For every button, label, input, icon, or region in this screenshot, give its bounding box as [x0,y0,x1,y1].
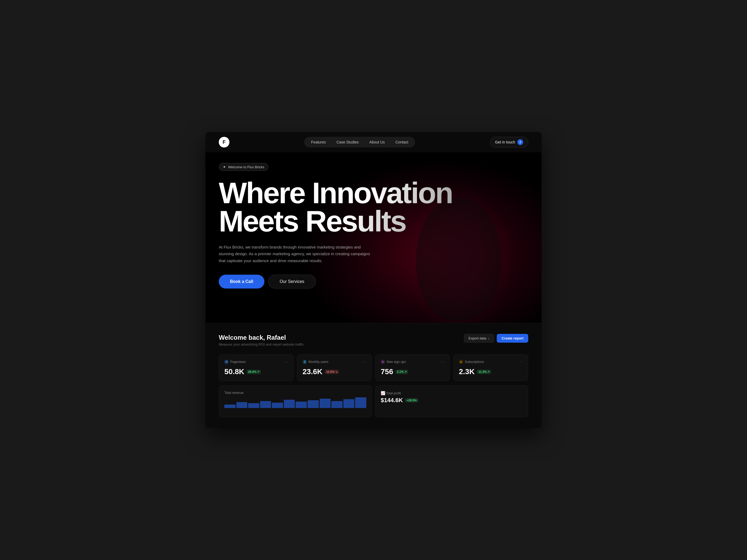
dashboard-header: Welcome back, Rafael Measure your advert… [219,334,528,346]
new-signups-menu[interactable]: ··· [441,359,444,364]
pageviews-value: 50.8K [224,368,244,376]
subscriptions-icon: ★ [459,360,463,364]
cta-badge: 2 [517,139,523,145]
metric-card-monthly-users: 👤 Monthly users ··· 23.6K 12.6% ↘ [297,354,372,381]
our-services-button[interactable]: Our Services [268,275,316,289]
line-chart-icon: 📈 [381,391,385,395]
metric-card-subscriptions: ★ Subscriptions ··· 2.3K 11.3% ↗ [453,354,528,381]
new-signups-label: New sign ups [387,360,406,364]
navbar: F Features Case Studies About Us Contact… [205,132,542,152]
welcome-badge: ✦ Welcome to Flux Bricks [219,163,268,171]
download-icon: ↓ [488,336,490,340]
bar-5 [272,403,283,408]
badge-text: Welcome to Flux Bricks [228,165,264,169]
up-arrow-icon: ↗ [257,370,259,374]
bar-10 [331,401,342,408]
create-report-button[interactable]: Create report [497,334,528,343]
up-arrow-icon-2: ↗ [404,370,407,374]
dashboard-subtitle: Measure your advertising ROI and report … [219,342,305,346]
get-in-touch-button[interactable]: Get in touch 2 [490,137,529,148]
total-profit-label: 📈 Total profit [381,391,523,395]
up-arrow-icon-3: ↗ [487,370,490,374]
dashboard-section: Welcome back, Rafael Measure your advert… [205,323,542,428]
total-revenue-card: Total revenue [219,385,372,417]
metrics-grid: 👁 Pageviews ··· 50.8K 28.4% ↗ 👤 [219,354,528,381]
total-revenue-label: Total revenue [224,391,366,395]
hero-headline: Where Innovation Meets Results [219,179,528,236]
pageviews-badge: 28.4% ↗ [247,370,261,374]
subscriptions-menu[interactable]: ··· [519,359,523,364]
hero-section: ✦ Welcome to Flux Bricks Where Innovatio… [205,152,542,323]
badge-icon: ✦ [223,165,226,169]
bar-8 [308,400,319,408]
bar-7 [295,402,307,408]
pageviews-label: Pageviews [230,360,246,364]
bar-1 [224,404,236,408]
pageviews-icon: 👁 [224,360,229,364]
new-signups-value: 756 [381,368,393,376]
headline-line2: Meets Results [219,207,528,236]
export-data-button[interactable]: Export data ↓ [464,334,494,343]
charts-grid: Total revenue 📈 [219,385,528,417]
hero-description: At Flux Bricks, we transform brands thro… [219,244,374,264]
subscriptions-badge: 11.3% ↗ [477,370,491,374]
metric-card-pageviews: 👁 Pageviews ··· 50.8K 28.4% ↗ [219,354,294,381]
nav-link-case-studies[interactable]: Case Studies [332,138,363,146]
monthly-users-badge: 12.6% ↘ [325,370,339,374]
headline-line1: Where Innovation [219,179,528,207]
total-profit-value: $144.6K [381,397,403,404]
bar-9 [319,399,331,408]
monthly-users-value: 23.6K [303,368,323,376]
bar-6 [284,400,295,408]
bar-2 [236,402,248,408]
dashboard-title-group: Welcome back, Rafael Measure your advert… [219,334,305,346]
browser-frame: F Features Case Studies About Us Contact… [205,132,542,428]
book-call-button[interactable]: Book a Call [219,275,264,289]
total-profit-badge: +28.5% [405,398,418,402]
bar-3 [248,403,259,408]
metric-card-new-signups: ⊕ New sign ups ··· 756 3.1% ↗ [375,354,450,381]
hero-buttons: Book a Call Our Services [219,275,528,289]
total-profit-card: 📈 Total profit $144.6K +28.5% [375,385,528,417]
hero-content: ✦ Welcome to Flux Bricks Where Innovatio… [219,163,528,289]
new-signups-badge: 3.1% ↗ [395,370,408,374]
dashboard-title: Welcome back, Rafael [219,334,305,341]
nav-link-about[interactable]: About Us [365,138,390,146]
revenue-bar-chart [224,397,366,408]
logo[interactable]: F [219,137,229,148]
nav-links: Features Case Studies About Us Contact [304,137,415,148]
new-signups-icon: ⊕ [381,360,385,364]
monthly-users-icon: 👤 [303,360,307,364]
monthly-users-menu[interactable]: ··· [363,359,366,364]
subscriptions-label: Subscriptions [465,360,484,364]
dashboard-actions: Export data ↓ Create report [464,334,528,343]
down-arrow-icon: ↘ [335,370,337,374]
bar-11 [343,399,355,408]
nav-link-contact[interactable]: Contact [391,138,413,146]
monthly-users-label: Monthly users [308,360,328,364]
pageviews-menu[interactable]: ··· [285,359,288,364]
nav-link-features[interactable]: Features [306,138,331,146]
bar-12 [355,397,366,408]
subscriptions-value: 2.3K [459,368,474,376]
bar-4 [260,401,271,408]
